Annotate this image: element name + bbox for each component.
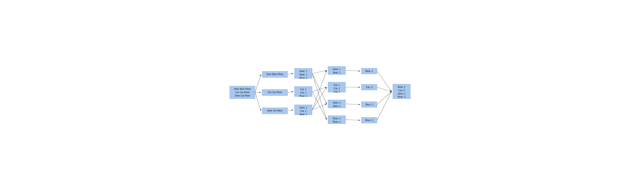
svg-line-22 (377, 92, 392, 120)
svg-line-9 (312, 73, 327, 120)
box-red2: Car, 3 (361, 84, 377, 90)
svg-line-20 (377, 87, 392, 92)
svg-line-3 (255, 93, 261, 111)
svg-line-17 (346, 104, 360, 104)
svg-line-21 (377, 92, 392, 105)
svg-line-12 (312, 70, 327, 110)
box-map2: Car, 1 Car, 1 River, 1 (294, 86, 312, 97)
svg-line-4 (288, 73, 293, 74)
svg-line-1 (255, 74, 261, 93)
box-split3: Deer Car Bear (262, 108, 288, 114)
box-split2: Car Car River (262, 89, 288, 96)
svg-line-18 (346, 120, 360, 120)
box-shuf1: Bear, 1 Bear, 1 (328, 66, 346, 75)
svg-line-19 (377, 71, 392, 92)
svg-line-7 (312, 70, 327, 73)
svg-line-6 (288, 110, 293, 111)
svg-line-15 (346, 70, 360, 71)
svg-line-5 (288, 92, 293, 93)
svg-line-13 (312, 87, 327, 110)
box-map1: Deer, 1 Bear, 1 River, 1 (294, 68, 312, 79)
svg-line-14 (312, 104, 327, 110)
box-red3: Deer, 2 (361, 102, 377, 107)
svg-line-11 (312, 92, 327, 120)
box-shuf3: Deer, 1 Deer, 1 (328, 100, 346, 108)
svg-line-8 (312, 73, 327, 104)
box-shuf2: Car, 1 Car, 1 Car, 1 (328, 82, 346, 92)
box-final: Bear, 2 Car, 3 Deer, 2 River, 2 (393, 84, 410, 99)
box-input: Deer Bear River Car Car River Deer Car B… (230, 86, 255, 99)
diagram-container: Deer Bear River Car Car River Deer Car B… (224, 30, 420, 144)
box-red1: Bear, 2 (361, 68, 377, 74)
box-split1: Deer Bear River (262, 71, 288, 78)
box-shuf4: River, 1 River, 1 (328, 115, 346, 124)
box-map3: Deer, 1 Car, 1 Bear, 1 (294, 105, 312, 115)
svg-line-10 (312, 87, 327, 92)
box-red4: River, 2 (361, 117, 377, 123)
